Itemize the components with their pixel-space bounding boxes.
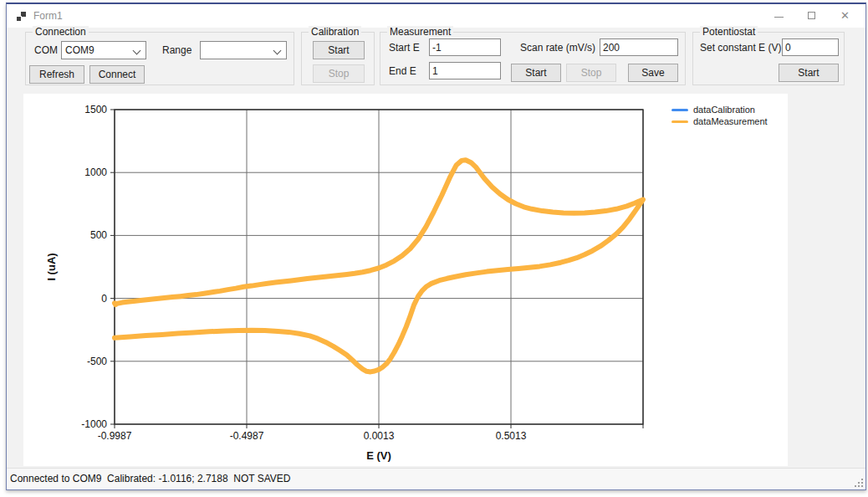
com-select-value: COM9 bbox=[65, 44, 94, 56]
svg-text:-500: -500 bbox=[87, 356, 107, 367]
start-e-label: Start E bbox=[389, 42, 420, 54]
measurement-stop-button[interactable]: Stop bbox=[566, 64, 616, 82]
svg-text:I (uA): I (uA) bbox=[45, 253, 58, 280]
minimize-button[interactable] bbox=[765, 4, 794, 28]
svg-text:-0.9987: -0.9987 bbox=[98, 430, 132, 442]
form-icon bbox=[16, 11, 27, 22]
calibration-start-button[interactable]: Start bbox=[313, 41, 365, 59]
com-label: COM bbox=[34, 44, 58, 56]
potentiostat-group: Potentiostat Set constant E (V) Start bbox=[692, 32, 845, 85]
series-color-swatch bbox=[671, 120, 688, 123]
svg-text:0.5013: 0.5013 bbox=[496, 430, 527, 442]
app-window: Form1 ✕ Connection COM COM9 Range Refres… bbox=[6, 3, 866, 490]
svg-text:E (V): E (V) bbox=[366, 449, 391, 462]
chart-area: 150010005000-500-1000-0.9987-0.49870.001… bbox=[23, 94, 788, 466]
end-e-input[interactable] bbox=[429, 62, 501, 79]
potentiostat-group-label: Potentiostat bbox=[700, 26, 758, 38]
scan-rate-label: Scan rate (mV/s) bbox=[520, 42, 595, 54]
svg-text:-0.4987: -0.4987 bbox=[230, 430, 264, 442]
svg-text:1000: 1000 bbox=[84, 167, 107, 178]
calibration-group-label: Calibration bbox=[309, 26, 361, 38]
chevron-down-icon bbox=[273, 47, 282, 55]
series-color-swatch bbox=[671, 109, 688, 111]
connect-button[interactable]: Connect bbox=[89, 65, 145, 84]
svg-text:0: 0 bbox=[101, 293, 107, 305]
com-select[interactable]: COM9 bbox=[61, 41, 146, 59]
svg-text:0.0013: 0.0013 bbox=[364, 430, 395, 442]
close-button[interactable]: ✕ bbox=[832, 4, 860, 28]
calibration-group: Calibration Start Stop bbox=[301, 32, 375, 85]
chart-svg: 150010005000-500-1000-0.9987-0.49870.001… bbox=[23, 94, 788, 466]
maximize-icon bbox=[808, 12, 815, 19]
series-label: dataMeasurement bbox=[693, 116, 768, 126]
maximize-button[interactable] bbox=[799, 4, 827, 28]
start-e-input[interactable] bbox=[429, 38, 501, 56]
end-e-label: End E bbox=[389, 65, 416, 77]
chart-legend: dataCalibrationdataMeasurement bbox=[671, 104, 768, 127]
minimize-icon bbox=[774, 17, 784, 18]
measurement-group-label: Measurement bbox=[387, 26, 453, 38]
series-label: dataCalibration bbox=[693, 105, 755, 115]
set-constant-e-input[interactable] bbox=[782, 38, 839, 56]
potentiostat-start-button[interactable]: Start bbox=[779, 64, 839, 82]
resize-grip-icon[interactable] bbox=[852, 476, 863, 487]
refresh-button[interactable]: Refresh bbox=[29, 65, 84, 84]
window-title: Form1 bbox=[33, 10, 63, 22]
range-select[interactable] bbox=[200, 41, 287, 59]
close-icon: ✕ bbox=[840, 9, 850, 22]
scan-rate-input[interactable] bbox=[600, 38, 678, 56]
svg-text:1500: 1500 bbox=[84, 104, 107, 115]
calibration-stop-button[interactable]: Stop bbox=[313, 64, 365, 83]
status-text: Connected to COM9 Calibrated: -1.0116; 2… bbox=[10, 473, 291, 484]
chevron-down-icon bbox=[133, 47, 141, 55]
measurement-group: Measurement Start E End E Scan rate (mV/… bbox=[380, 32, 686, 85]
legend-item: dataMeasurement bbox=[671, 115, 768, 127]
range-label: Range bbox=[162, 44, 191, 56]
measurement-save-button[interactable]: Save bbox=[628, 64, 678, 82]
connection-group-label: Connection bbox=[33, 26, 89, 38]
set-constant-e-label: Set constant E (V) bbox=[700, 42, 781, 54]
svg-text:500: 500 bbox=[90, 229, 107, 241]
title-bar: Form1 ✕ bbox=[7, 4, 865, 28]
measurement-start-button[interactable]: Start bbox=[511, 64, 561, 82]
svg-text:-1000: -1000 bbox=[81, 418, 107, 430]
status-bar: Connected to COM9 Calibrated: -1.0116; 2… bbox=[7, 468, 865, 489]
connection-group: Connection COM COM9 Range Refresh Connec… bbox=[25, 32, 294, 85]
legend-item: dataCalibration bbox=[671, 104, 768, 115]
